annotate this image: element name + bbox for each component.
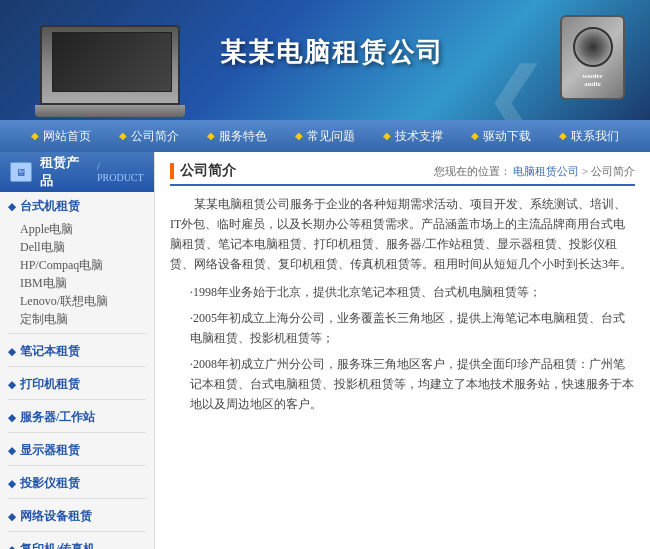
content-area: 公司简介 您现在的位置： 电脑租赁公司 > 公司简介 某某电脑租赁公司服务于企业… xyxy=(155,152,650,549)
nav-label-4: 技术支撑 xyxy=(395,120,443,152)
nav-icon-5: ◆ xyxy=(471,120,479,152)
speaker-body: wooferaudio xyxy=(560,15,625,100)
content-point-1: ·1998年业务始于北京，提供北京笔记本租赁、台式机电脑租赁等； xyxy=(190,282,635,302)
sidebar-category-desktop-label: 台式机租赁 xyxy=(20,198,80,215)
header-arrow-decoration: ❯ xyxy=(483,50,550,120)
nav-icon-3: ◆ xyxy=(295,120,303,152)
sidebar-category-printer[interactable]: ◆ 打印机租赁 xyxy=(0,370,154,396)
nav-label-0: 网站首页 xyxy=(43,120,91,152)
sidebar-divider-6 xyxy=(8,498,146,499)
sidebar-category-monitor[interactable]: ◆ 显示器租赁 xyxy=(0,436,154,462)
sidebar-category-server[interactable]: ◆ 服务器/工作站 xyxy=(0,403,154,429)
sidebar: 🖥 租赁产品 / PRODUCT ◆ 台式机租赁 Apple电脑 Dell电脑 … xyxy=(0,152,155,549)
sidebar-category-desktop-icon: ◆ xyxy=(8,201,16,212)
laptop-screen xyxy=(52,32,172,92)
sidebar-category-network-icon: ◆ xyxy=(8,511,16,522)
nav-item-2[interactable]: ◆服务特色 xyxy=(193,120,281,152)
sidebar-divider-5 xyxy=(8,465,146,466)
laptop-body xyxy=(40,25,180,105)
content-title-bar: 公司简介 您现在的位置： 电脑租赁公司 > 公司简介 xyxy=(170,162,635,186)
nav-icon-1: ◆ xyxy=(119,120,127,152)
breadcrumb-separator: > xyxy=(582,165,591,177)
sidebar-category-projector-icon: ◆ xyxy=(8,478,16,489)
content-point-3: ·2008年初成立广州分公司，服务珠三角地区客户，提供全面印珍产品租赁：广州笔记… xyxy=(190,354,635,414)
sidebar-item-dell[interactable]: Dell电脑 xyxy=(20,238,146,256)
navigation: ◆网站首页◆公司简介◆服务特色◆常见问题◆技术支撑◆驱动下载◆联系我们 xyxy=(0,120,650,152)
speaker-cone xyxy=(573,27,613,67)
nav-icon-6: ◆ xyxy=(559,120,567,152)
sidebar-category-notebook-label: 笔记本租赁 xyxy=(20,343,80,360)
sidebar-category-network[interactable]: ◆ 网络设备租赁 xyxy=(0,502,154,528)
sidebar-item-custom[interactable]: 定制电脑 xyxy=(20,310,146,328)
nav-item-5[interactable]: ◆驱动下载 xyxy=(457,120,545,152)
sidebar-item-apple[interactable]: Apple电脑 xyxy=(20,220,146,238)
sidebar-header: 🖥 租赁产品 / PRODUCT xyxy=(0,152,154,192)
nav-item-1[interactable]: ◆公司简介 xyxy=(105,120,193,152)
content-intro: 某某电脑租赁公司服务于企业的各种短期需求活动、项目开发、系统测试、培训、IT外包… xyxy=(170,194,635,274)
sidebar-header-sub: / PRODUCT xyxy=(97,161,144,183)
sidebar-category-projector-label: 投影仪租赁 xyxy=(20,475,80,492)
sidebar-category-copier[interactable]: ◆ 复印机/传真机 xyxy=(0,535,154,549)
nav-item-3[interactable]: ◆常见问题 xyxy=(281,120,369,152)
sidebar-divider-3 xyxy=(8,399,146,400)
sidebar-divider-2 xyxy=(8,366,146,367)
nav-icon-2: ◆ xyxy=(207,120,215,152)
sidebar-category-copier-icon: ◆ xyxy=(8,544,16,549)
main-container: 🖥 租赁产品 / PRODUCT ◆ 台式机租赁 Apple电脑 Dell电脑 … xyxy=(0,152,650,549)
breadcrumb-prefix: 您现在的位置： xyxy=(434,165,511,177)
nav-label-6: 联系我们 xyxy=(571,120,619,152)
sidebar-divider-7 xyxy=(8,531,146,532)
sidebar-item-hp[interactable]: HP/Compaq电脑 xyxy=(20,256,146,274)
sidebar-category-network-label: 网络设备租赁 xyxy=(20,508,92,525)
content-point-2: ·2005年初成立上海分公司，业务覆盖长三角地区，提供上海笔记本电脑租赁、台式电… xyxy=(190,308,635,348)
nav-label-2: 服务特色 xyxy=(219,120,267,152)
nav-label-1: 公司简介 xyxy=(131,120,179,152)
breadcrumb-home[interactable]: 电脑租赁公司 xyxy=(513,165,579,177)
nav-item-6[interactable]: ◆联系我们 xyxy=(545,120,633,152)
sidebar-category-copier-label: 复印机/传真机 xyxy=(20,541,95,549)
sidebar-header-icon: 🖥 xyxy=(10,162,32,182)
nav-icon-4: ◆ xyxy=(383,120,391,152)
nav-item-4[interactable]: ◆技术支撑 xyxy=(369,120,457,152)
sidebar-sub-desktop: Apple电脑 Dell电脑 HP/Compaq电脑 IBM电脑 Lenovo/… xyxy=(0,218,154,330)
breadcrumb-current: 公司简介 xyxy=(591,165,635,177)
sidebar-item-lenovo[interactable]: Lenovo/联想电脑 xyxy=(20,292,146,310)
sidebar-category-server-icon: ◆ xyxy=(8,412,16,423)
nav-item-0[interactable]: ◆网站首页 xyxy=(17,120,105,152)
sidebar-category-notebook[interactable]: ◆ 笔记本租赁 xyxy=(0,337,154,363)
speaker-label: wooferaudio xyxy=(582,72,603,88)
nav-label-3: 常见问题 xyxy=(307,120,355,152)
nav-icon-0: ◆ xyxy=(31,120,39,152)
sidebar-category-projector[interactable]: ◆ 投影仪租赁 xyxy=(0,469,154,495)
sidebar-item-ibm[interactable]: IBM电脑 xyxy=(20,274,146,292)
breadcrumb: 您现在的位置： 电脑租赁公司 > 公司简介 xyxy=(236,164,635,179)
sidebar-category-notebook-icon: ◆ xyxy=(8,346,16,357)
content-title: 公司简介 xyxy=(180,162,236,180)
sidebar-divider-1 xyxy=(8,333,146,334)
sidebar-header-text: 租赁产品 xyxy=(40,154,87,190)
sidebar-category-monitor-label: 显示器租赁 xyxy=(20,442,80,459)
laptop-decoration xyxy=(30,20,190,120)
header: 某某电脑租赁公司 ❯ wooferaudio xyxy=(0,0,650,120)
laptop-base xyxy=(35,105,185,117)
site-title: 某某电脑租赁公司 xyxy=(220,35,444,70)
sidebar-category-printer-label: 打印机租赁 xyxy=(20,376,80,393)
sidebar-category-monitor-icon: ◆ xyxy=(8,445,16,456)
sidebar-divider-4 xyxy=(8,432,146,433)
sidebar-category-server-label: 服务器/工作站 xyxy=(20,409,95,426)
sidebar-category-desktop[interactable]: ◆ 台式机租赁 xyxy=(0,192,154,218)
sidebar-category-printer-icon: ◆ xyxy=(8,379,16,390)
speaker-decoration: wooferaudio xyxy=(560,15,630,105)
nav-label-5: 驱动下载 xyxy=(483,120,531,152)
content-title-accent xyxy=(170,163,174,179)
